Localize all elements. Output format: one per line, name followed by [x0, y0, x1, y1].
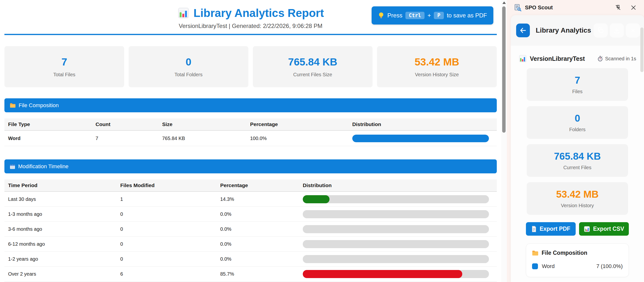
word-color-swatch	[532, 263, 538, 269]
column-header: Size	[162, 121, 250, 127]
export-csv-button[interactable]: Export CSV	[579, 222, 629, 236]
distribution-bar	[303, 255, 489, 263]
modified-cell: 1	[120, 196, 220, 202]
panel-stat-files: 7 Files	[527, 68, 628, 101]
panel-scrollbar-thumb[interactable]	[640, 28, 644, 72]
header-divider	[4, 34, 497, 35]
hint-suffix-text: to save as PDF	[447, 12, 487, 19]
count-cell: 7	[96, 136, 162, 141]
stat-value: 765.84 KB	[288, 56, 337, 68]
report-page: Library Analytics Report VersionLibraryT…	[0, 0, 501, 282]
distribution-bar-fill	[303, 270, 462, 278]
download-icon	[614, 27, 620, 34]
period-cell: 1-2 years ago	[8, 256, 120, 262]
stat-card-total-folders: 0 Total Folders	[128, 46, 248, 87]
card-title-text: File Composition	[542, 250, 588, 256]
table-row-3-6-months: 3-6 months ago 0 0.0%	[4, 222, 497, 237]
panel-view-title: Library Analytics	[536, 27, 594, 34]
stat-card-total-files: 7 Total Files	[4, 46, 124, 87]
back-arrow-icon	[519, 27, 527, 34]
page-scrollbar[interactable]	[501, 0, 507, 282]
period-cell: Last 30 days	[8, 196, 120, 202]
bar-chart-icon	[177, 7, 190, 19]
modified-cell: 0	[120, 211, 220, 217]
export-buttons: Export PDF Export CSV	[526, 222, 629, 236]
stat-value: 7	[62, 56, 67, 68]
percentage-cell: 0.0%	[220, 256, 303, 262]
percentage-cell: 100.0%	[250, 136, 352, 141]
panel-stat-current-files: 765.84 KB Current Files	[527, 144, 628, 177]
hint-press-text: Press	[387, 12, 402, 19]
percentage-cell: 14.3%	[220, 196, 303, 202]
panel-content: VersionLibraryTest Scanned in 1s 7 Files	[511, 46, 644, 277]
table-row-1-3-months: 1-3 months ago 0 0.0%	[4, 207, 497, 222]
library-name: VersionLibraryTest	[530, 55, 598, 62]
section-title: File Composition	[18, 102, 59, 109]
bar-chart-icon	[584, 226, 590, 232]
unpin-button[interactable]	[614, 3, 622, 12]
back-button[interactable]	[516, 24, 530, 37]
section-title: Modification Timeline	[18, 163, 68, 170]
app-window: Library Analytics Report VersionLibraryT…	[0, 0, 644, 282]
list-item-word: Word 7 (100.0%)	[532, 263, 623, 269]
file-type-cell: Word	[8, 136, 96, 141]
stat-value: 0	[186, 56, 191, 68]
stat-label: Version History	[561, 203, 594, 208]
column-header: Count	[96, 121, 162, 127]
close-icon	[630, 5, 637, 11]
stat-label: Total Folders	[174, 72, 202, 78]
distribution-bar	[352, 135, 489, 142]
distribution-bar	[303, 210, 489, 218]
distribution-bar-fill	[352, 135, 489, 142]
report-header: Library Analytics Report VersionLibraryT…	[4, 0, 497, 30]
panel-file-composition-card: File Composition Word 7 (100.0%)	[526, 243, 629, 277]
close-icon	[630, 27, 636, 34]
export-pdf-label: Export PDF	[540, 226, 570, 232]
copy-icon	[597, 27, 604, 34]
scrollbar-up-arrow[interactable]	[502, 2, 506, 4]
timeline-table-header: Time Period Files Modified Percentage Di…	[4, 179, 497, 192]
scrollbar-thumb[interactable]	[502, 6, 506, 133]
percentage-cell: 85.7%	[220, 271, 303, 277]
stat-label: Folders	[569, 127, 586, 132]
period-cell: Over 2 years	[8, 271, 120, 277]
modification-timeline-banner: Modification Timeline	[4, 159, 497, 173]
stat-label: Files	[572, 89, 582, 94]
spo-scout-panel: SPO Scout L	[507, 0, 644, 282]
item-value: 7 (100.0%)	[596, 263, 623, 269]
table-row-1-2-years: 1-2 years ago 0 0.0%	[4, 251, 497, 266]
percentage-cell: 0.0%	[220, 241, 303, 247]
modified-cell: 6	[120, 271, 220, 277]
export-pdf-button[interactable]: Export PDF	[526, 222, 576, 236]
stat-value: 0	[575, 113, 580, 124]
copy-button[interactable]	[594, 23, 608, 38]
file-composition-table-header: File Type Count Size Percentage Distribu…	[4, 118, 497, 131]
distribution-bar	[303, 195, 489, 203]
panel-view-header: Library Analytics	[511, 15, 644, 46]
stat-label: Current Files Size	[293, 72, 332, 78]
stat-label: Version History Size	[415, 72, 459, 78]
item-label: Word	[542, 263, 596, 269]
calendar-icon	[10, 164, 15, 169]
view-close-button[interactable]	[626, 23, 640, 38]
bulb-icon	[378, 12, 384, 19]
scan-status: Scanned in 1s	[598, 56, 636, 62]
column-header: Files Modified	[120, 182, 220, 188]
file-composition-banner: File Composition	[4, 98, 497, 112]
hint-plus-text: +	[428, 12, 431, 19]
panel-stat-folders: 0 Folders	[527, 106, 628, 139]
p-keycap: P	[434, 12, 444, 19]
table-row-6-12-months: 6-12 months ago 0 0.0%	[4, 237, 497, 251]
panel-close-button[interactable]	[629, 4, 638, 12]
download-button[interactable]	[610, 23, 624, 38]
stat-label: Total Files	[53, 72, 75, 78]
save-as-pdf-hint-button[interactable]: Press Ctrl + P to save as PDF	[372, 6, 493, 25]
doc-search-icon	[514, 4, 522, 11]
stopwatch-icon	[598, 56, 603, 62]
table-row-word: Word 7 765.84 KB 100.0%	[4, 131, 497, 146]
summary-stats: 7 Total Files 0 Total Folders 765.84 KB …	[4, 46, 497, 87]
page-title-text: Library Analytics Report	[194, 6, 324, 20]
table-row-over-2-years: Over 2 years 6 85.7%	[4, 266, 497, 281]
bar-chart-icon	[518, 55, 527, 63]
modified-cell: 0	[120, 241, 220, 247]
